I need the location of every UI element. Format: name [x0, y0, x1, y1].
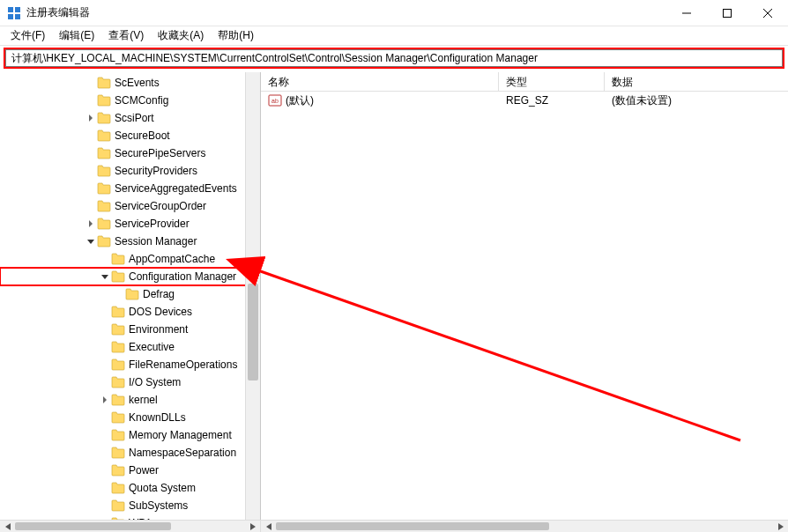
svg-marker-10	[87, 240, 94, 244]
tree-item[interactable]: Executive	[0, 338, 260, 356]
list-hscroll-right-button[interactable]	[773, 521, 788, 532]
svg-rect-0	[8, 7, 13, 12]
chevron-right-icon[interactable]	[85, 218, 97, 230]
tree-item[interactable]: Defrag	[0, 285, 260, 303]
tree-item[interactable]: SecurePipeServers	[0, 144, 260, 162]
list-row[interactable]: ab(默认)REG_SZ(数值未设置)	[261, 92, 788, 109]
menu-favorites[interactable]: 收藏夹(A)	[151, 26, 211, 45]
folder-icon	[111, 482, 125, 494]
tree-item-label: I/O System	[129, 376, 181, 388]
svg-rect-2	[8, 14, 13, 19]
chevron-right-icon[interactable]	[85, 112, 97, 124]
folder-icon	[97, 147, 111, 159]
tree-item-label: Configuration Manager	[129, 270, 236, 283]
tree-item-label: ScEvents	[115, 77, 160, 89]
tree-item[interactable]: Configuration Manager	[0, 268, 260, 285]
tree-item[interactable]: ServiceAggregatedEvents	[0, 180, 260, 197]
folder-icon	[97, 94, 111, 107]
tree-item[interactable]: Session Manager	[0, 233, 260, 250]
list-pane: 名称 类型 数据 ab(默认)REG_SZ(数值未设置)	[261, 72, 788, 520]
column-header-name[interactable]: 名称	[261, 72, 499, 91]
maximize-button[interactable]	[707, 0, 747, 26]
folder-icon	[111, 358, 125, 371]
list-header: 名称 类型 数据	[261, 72, 788, 92]
tree-item[interactable]: SecureBoot	[0, 127, 260, 144]
tree-item[interactable]: AppCompatCache	[0, 250, 260, 268]
svg-marker-9	[89, 220, 93, 227]
list-body[interactable]: ab(默认)REG_SZ(数值未设置)	[261, 92, 788, 520]
tree-item-label: KnownDLLs	[129, 411, 186, 424]
tree-hscroll-right-button[interactable]	[245, 521, 260, 532]
tree-item[interactable]: SubSystems	[0, 497, 260, 514]
tree-item[interactable]: ServiceGroupOrder	[0, 197, 260, 215]
tree-item-label: SecurePipeServers	[115, 147, 205, 159]
tree-item-label: ScsiPort	[115, 112, 154, 124]
tree-item-label: SecureBoot	[115, 129, 170, 142]
folder-icon	[111, 411, 125, 424]
folder-icon	[97, 129, 111, 142]
tree-item[interactable]: Power	[0, 462, 260, 479]
list-hscroll-thumb[interactable]	[276, 522, 549, 530]
list-hscroll-left-button[interactable]	[261, 521, 276, 532]
tree-item[interactable]: ScEvents	[0, 74, 260, 92]
string-value-icon: ab	[268, 93, 282, 107]
tree-item[interactable]: SCMConfig	[0, 92, 260, 109]
tree-item[interactable]: FileRenameOperations	[0, 356, 260, 373]
list-cell-data: (数值未设置)	[605, 92, 788, 110]
list-cell-type: REG_SZ	[499, 92, 605, 108]
tree-item[interactable]: Quota System	[0, 479, 260, 497]
folder-icon	[111, 323, 125, 336]
tree-item-label: Quota System	[129, 482, 196, 494]
menu-file[interactable]: 文件(F)	[4, 26, 52, 45]
tree-item-label: DOS Devices	[129, 306, 192, 318]
tree-item-label: FileRenameOperations	[129, 358, 237, 371]
window-title: 注册表编辑器	[26, 5, 90, 20]
tree-item[interactable]: DOS Devices	[0, 303, 260, 321]
tree-item[interactable]: SecurityProviders	[0, 162, 260, 180]
horizontal-scrollbars	[0, 520, 788, 532]
tree-item-label: Memory Management	[129, 429, 232, 441]
column-header-data[interactable]: 数据	[605, 72, 788, 91]
tree-item-label: SecurityProviders	[115, 165, 197, 177]
folder-icon	[111, 253, 125, 265]
svg-rect-5	[724, 9, 732, 17]
tree-hscroll-left-button[interactable]	[0, 521, 15, 532]
menu-edit[interactable]: 编辑(E)	[52, 26, 101, 45]
tree-horizontal-scrollbar[interactable]	[0, 521, 261, 532]
tree[interactable]: ScEventsSCMConfigScsiPortSecureBootSecur…	[0, 72, 260, 520]
folder-icon	[111, 270, 125, 283]
column-header-type[interactable]: 类型	[499, 72, 605, 91]
close-button[interactable]	[747, 0, 788, 26]
chevron-down-icon[interactable]	[99, 270, 111, 283]
list-cell-name: ab(默认)	[261, 92, 499, 110]
tree-item[interactable]: ServiceProvider	[0, 215, 260, 233]
main-split: ScEventsSCMConfigScsiPortSecureBootSecur…	[0, 72, 788, 520]
folder-icon	[125, 288, 139, 300]
folder-icon	[111, 499, 125, 512]
menu-view[interactable]: 查看(V)	[101, 26, 151, 45]
svg-marker-18	[266, 523, 271, 530]
list-hscroll-track[interactable]	[276, 521, 773, 532]
tree-item[interactable]: Memory Management	[0, 426, 260, 444]
tree-scrollbar-thumb[interactable]	[248, 284, 258, 381]
chevron-right-icon[interactable]	[99, 394, 111, 406]
svg-marker-12	[103, 396, 107, 403]
list-value-name: (默认)	[286, 93, 314, 108]
tree-item[interactable]: ScsiPort	[0, 109, 260, 127]
folder-icon	[111, 306, 125, 318]
tree-hscroll-track[interactable]	[15, 521, 245, 532]
tree-item[interactable]: NamespaceSeparation	[0, 444, 260, 462]
minimize-button[interactable]	[666, 0, 707, 26]
list-horizontal-scrollbar[interactable]	[261, 521, 788, 532]
tree-item[interactable]: KnownDLLs	[0, 409, 260, 426]
tree-item[interactable]: I/O System	[0, 373, 260, 391]
tree-item[interactable]: kernel	[0, 391, 260, 409]
tree-hscroll-thumb[interactable]	[15, 522, 171, 530]
chevron-down-icon[interactable]	[85, 235, 97, 248]
tree-item-label: kernel	[129, 394, 158, 406]
tree-item[interactable]: Environment	[0, 321, 260, 338]
folder-icon	[97, 182, 111, 195]
address-input[interactable]	[5, 49, 783, 67]
tree-vertical-scrollbar[interactable]	[245, 72, 260, 520]
menu-help[interactable]: 帮助(H)	[211, 26, 261, 45]
